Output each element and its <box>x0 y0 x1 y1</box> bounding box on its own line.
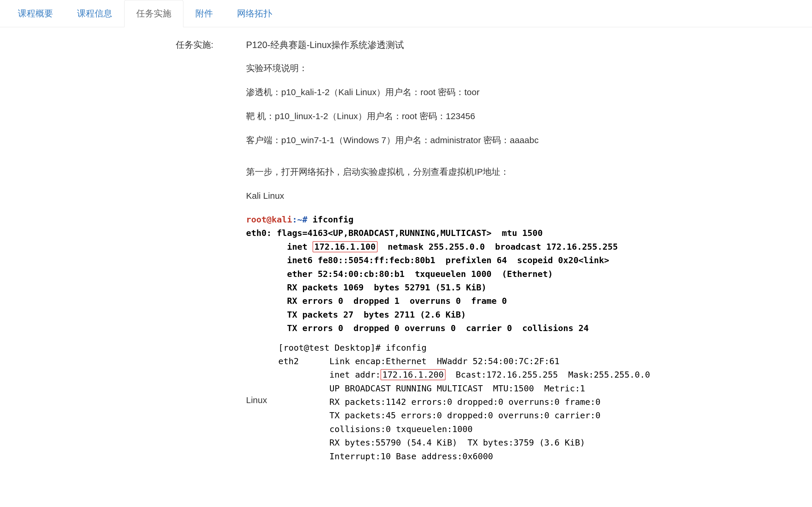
section-label: 任务实施: <box>176 39 213 51</box>
machine-kali: 渗透机：p10_kali-1-2（Kali Linux）用户名：root 密码：… <box>246 85 800 99</box>
linux-ip-highlight: 172.16.1.200 <box>380 369 446 380</box>
kali-line5: RX packets 1069 bytes 52791 (51.5 KiB) <box>246 282 487 292</box>
tabs-bar: 课程概要 课程信息 任务实施 附件 网络拓扑 <box>0 0 812 27</box>
linux-line4: RX packets:1142 errors:0 dropped:0 overr… <box>278 397 601 407</box>
prompt-user: root@kali <box>246 215 292 225</box>
prompt-home: :~# <box>292 215 307 225</box>
kali-line1: eth0: flags=4163<UP,BROADCAST,RUNNING,MU… <box>246 228 543 238</box>
kali-line8: TX errors 0 dropped 0 overruns 0 carrier… <box>246 323 589 333</box>
linux-terminal-output: [root@test Desktop]# ifconfig eth2 Link … <box>278 341 650 463</box>
machine-target: 靶 机：p10_linux-1-2（Linux）用户名：root 密码：1234… <box>246 109 800 123</box>
linux-row: Linux [root@test Desktop]# ifconfig eth2… <box>246 341 800 463</box>
kali-ip-highlight: 172.16.1.100 <box>313 241 377 252</box>
linux-line2-pre: inet addr: <box>278 370 380 380</box>
tab-attachments[interactable]: 附件 <box>184 0 225 27</box>
kali-line6: RX errors 0 dropped 1 overruns 0 frame 0 <box>246 296 507 306</box>
tab-network-topology[interactable]: 网络拓扑 <box>225 0 284 27</box>
tab-course-overview[interactable]: 课程概要 <box>6 0 65 27</box>
linux-line7: RX bytes:55790 (54.4 KiB) TX bytes:3759 … <box>278 438 585 448</box>
kali-line3: inet6 fe80::5054:ff:fecb:80b1 prefixlen … <box>246 255 609 265</box>
linux-line1: eth2 Link encap:Ethernet HWaddr 52:54:00… <box>278 356 559 366</box>
linux-label: Linux <box>246 395 278 405</box>
task-title: P120-经典赛题-Linux操作系统渗透测试 <box>246 39 800 51</box>
kali-terminal-output: root@kali:~# ifconfig eth0: flags=4163<U… <box>246 213 800 335</box>
machine-client: 客户端：p10_win7-1-1（Windows 7）用户名：administr… <box>246 133 800 147</box>
kali-line2-post: netmask 255.255.0.0 broadcast 172.16.255… <box>377 242 618 252</box>
env-header: 实验环境说明： <box>246 61 800 75</box>
linux-line5: TX packets:45 errors:0 dropped:0 overrun… <box>278 410 601 420</box>
main-column: P120-经典赛题-Linux操作系统渗透测试 实验环境说明： 渗透机：p10_… <box>246 39 800 463</box>
linux-line2-post: Bcast:172.16.255.255 Mask:255.255.0.0 <box>446 370 650 380</box>
kali-line7: TX packets 27 bytes 2711 (2.6 KiB) <box>246 310 466 320</box>
linux-line8: Interrupt:10 Base address:0x6000 <box>278 451 493 461</box>
linux-line0: [root@test Desktop]# ifconfig <box>278 343 426 353</box>
linux-line3: UP BROADCAST RUNNING MULTICAST MTU:1500 … <box>278 384 585 393</box>
tab-course-info[interactable]: 课程信息 <box>65 0 124 27</box>
content-area: 任务实施: P120-经典赛题-Linux操作系统渗透测试 实验环境说明： 渗透… <box>0 36 812 463</box>
kali-cmd: ifconfig <box>313 215 354 225</box>
step-1: 第一步，打开网络拓扑，启动实验虚拟机，分别查看虚拟机IP地址： <box>246 165 800 179</box>
kali-label: Kali Linux <box>246 189 800 203</box>
linux-line6: collisions:0 txqueuelen:1000 <box>278 424 472 434</box>
tab-task-implementation[interactable]: 任务实施 <box>124 0 184 27</box>
kali-line2-pre: inet <box>246 242 313 252</box>
kali-line4: ether 52:54:00:cb:80:b1 txqueuelen 1000 … <box>246 269 553 279</box>
